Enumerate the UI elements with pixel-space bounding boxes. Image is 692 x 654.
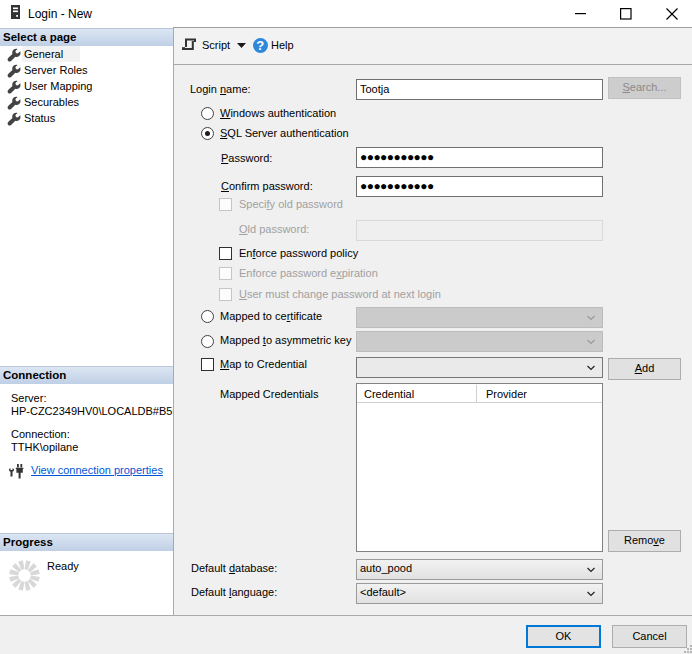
svg-text:?: ? <box>256 38 264 53</box>
